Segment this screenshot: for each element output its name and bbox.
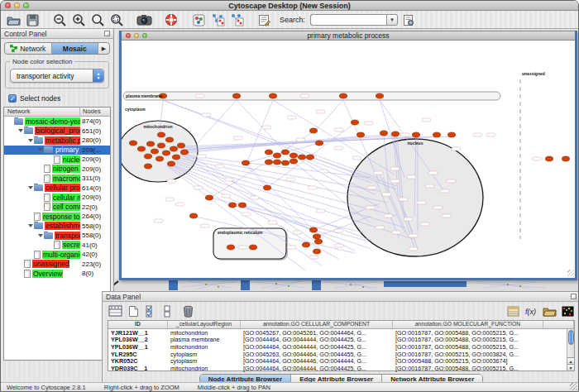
zoom-out-icon[interactable] [51,12,68,27]
tree-row[interactable]: Overview8(0) [4,269,110,279]
tree-row[interactable]: cell communicat22(0) [4,203,110,213]
tree-row[interactable]: metabolic process280(0) [4,136,110,146]
tab-network[interactable]: Network [5,43,52,54]
open-icon[interactable] [5,12,22,27]
network-node[interactable] [144,164,151,169]
zoom-fit-icon[interactable] [108,12,125,27]
tree-row[interactable]: mosaic-demo-yeast874(0) [4,117,110,127]
tree-row[interactable]: biological_process651(0) [4,127,110,136]
search-input[interactable] [310,14,386,26]
disclosure-triangle-icon[interactable] [38,234,43,237]
network-node[interactable] [170,146,177,151]
tab-mosaic[interactable]: Mosaic [52,43,99,54]
table-column-header[interactable]: annotation.GO CELLULAR_COMPONENT [241,321,393,328]
tree-row[interactable]: nucleobase-209(0) [4,155,110,165]
disclosure-triangle-icon[interactable] [28,186,33,189]
disclosure-triangle-icon[interactable] [18,129,23,132]
network-node[interactable] [433,132,440,137]
help-icon[interactable] [163,12,179,27]
nucleus-region[interactable] [347,139,483,256]
network-node[interactable] [265,160,272,165]
network-node[interactable] [189,213,197,218]
tree-row[interactable]: establishment of lo558(0) [4,222,110,232]
select-nodes-checkbox[interactable]: ✓ [8,94,17,103]
tree-row[interactable]: cellular metabol209(0) [4,193,110,203]
network-node[interactable] [242,160,249,165]
network-node[interactable] [273,160,280,165]
network-node[interactable] [273,153,280,158]
network-node[interactable] [129,141,136,146]
delete-attribute-icon[interactable] [180,304,195,318]
network-node[interactable] [309,128,317,133]
tree-row[interactable]: primary metabo209(... [4,146,110,155]
network-canvas[interactable]: plasma membranecytoplasmmitochondrionnuc… [122,41,575,277]
network-node[interactable] [306,155,313,160]
network-node[interactable] [180,150,188,155]
search-dropdown-icon[interactable]: ▾ [386,14,398,26]
attribute-list-icon[interactable] [505,304,520,318]
tree-row[interactable]: transport558(0) [4,231,110,241]
network-node[interactable] [562,156,569,161]
zoom-selected-icon[interactable] [89,12,106,27]
network-node[interactable] [356,132,364,137]
attribute-select-icon[interactable] [108,304,122,318]
network-node[interactable] [167,161,175,166]
network-node[interactable] [412,132,419,137]
scroll-up-icon[interactable]: ▲ [567,357,574,364]
network-node[interactable] [290,159,297,164]
table-row[interactable]: YLR295Ccytoplasm[GO:0045263, GO:0044464,… [108,351,574,358]
layout-network-icon[interactable] [209,12,226,27]
network-node[interactable] [157,132,165,137]
network-node[interactable] [351,120,358,125]
network-node[interactable] [151,149,158,154]
unselect-all-attributes-icon[interactable] [162,304,177,318]
network-node[interactable] [228,203,236,208]
zoom-in-icon[interactable] [70,12,87,27]
network-node[interactable] [144,154,151,159]
tree-row[interactable]: multi-organism pro42(0) [4,250,110,260]
network-node[interactable] [380,131,387,136]
network-node[interactable] [315,141,323,146]
tree-column-network[interactable]: Network [4,108,80,116]
import-attributes-icon[interactable] [542,304,557,318]
window-resize-grip[interactable] [570,383,577,390]
network-node[interactable] [313,249,320,254]
tree-row[interactable]: secretion41(0) [4,241,110,251]
annotation-icon[interactable] [256,12,272,27]
network-node[interactable] [137,146,145,151]
network-node[interactable] [146,141,154,146]
search-config-icon[interactable] [400,12,417,27]
table-column-header[interactable]: _cellularLayoutRegion [168,321,241,328]
tree-row[interactable]: unassigned223(0) [4,260,110,270]
tree-row[interactable]: macromolecule311(0) [4,174,110,184]
disclosure-triangle-icon[interactable] [28,224,33,227]
network-node[interactable] [238,203,246,208]
table-row[interactable]: YPL036W__1mitochondrion[GO:0044464, GO:0… [108,343,574,351]
disclosure-triangle-icon[interactable] [38,148,43,151]
table-column-header[interactable]: ID [108,321,168,328]
scroll-down-icon[interactable]: ▼ [567,364,574,370]
network-node[interactable] [290,153,297,158]
function-builder-icon[interactable]: f(x) [524,304,538,318]
network-node[interactable] [162,151,170,155]
network-node[interactable] [249,245,256,250]
table-scrollbar[interactable]: ▲ ▼ [567,329,574,370]
plasma-membrane-region[interactable] [123,92,500,100]
table-row[interactable]: YJR121W__1mitochondrion[GO:0045267, GO:0… [108,329,574,337]
network-node[interactable] [545,156,553,161]
network-node[interactable] [172,155,179,160]
tab-overflow-arrow[interactable]: ▶ [98,43,109,54]
network-node[interactable] [269,93,276,98]
network-node[interactable] [314,239,322,244]
network-node[interactable] [447,132,455,137]
tree-column-nodes[interactable]: Nodes [80,108,110,116]
network-node[interactable] [339,93,347,98]
network-node[interactable] [281,150,289,155]
tree-row[interactable]: response to stimul264(0) [4,212,110,222]
network-node[interactable] [205,195,213,200]
network-node[interactable] [165,137,173,142]
network-node[interactable] [391,131,399,136]
table-column-header[interactable]: annotation.GO MOLECULAR_FUNCTION [393,321,543,328]
snapshot-icon[interactable] [136,12,152,27]
network-window-titlebar[interactable]: primary metabolic process [122,31,575,41]
